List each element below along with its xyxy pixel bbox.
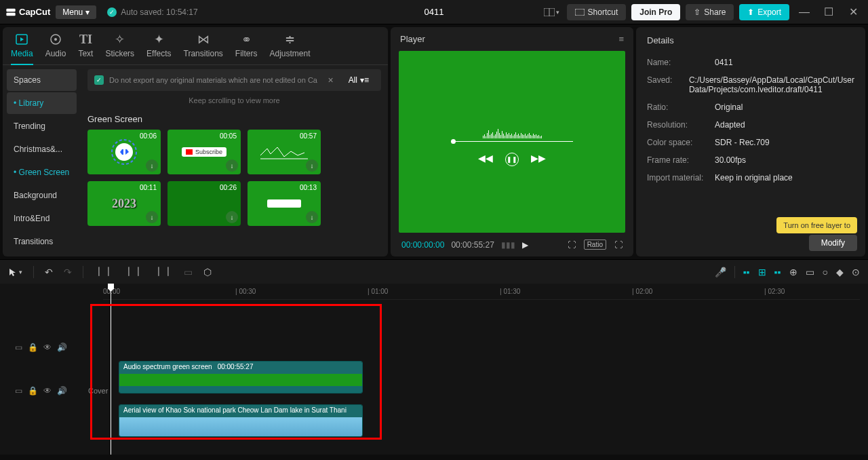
playhead[interactable] [111,284,111,455]
zoom-out-icon[interactable]: ○ [823,267,828,277]
cat-greenscreen[interactable]: Green Screen [7,161,77,183]
tab-audio[interactable]: Audio [45,33,66,64]
mute-icon[interactable]: 🔊 [57,386,67,396]
detail-value: Original [715,102,854,112]
download-icon[interactable]: ↓ [226,159,238,172]
split-left-button[interactable]: 〡〡 [124,266,143,278]
video-controls: ◀◀ ❚❚ ▶▶ [478,153,546,166]
tab-transitions[interactable]: ⋈ Transitions [184,33,223,64]
video-preview[interactable]: ◀◀ ❚❚ ▶▶ [399,51,625,233]
cat-library[interactable]: Library [7,92,77,114]
mic-icon[interactable]: 🎤 [715,267,726,277]
forward-icon[interactable]: ▶▶ [531,153,546,166]
filter-icon: ▾≡ [360,75,369,85]
magnet-link-icon[interactable]: ▪▪ [774,267,781,277]
preview-frame-icon[interactable]: ▭ [806,267,814,277]
track-collapse-icon[interactable]: ▭ [15,343,22,352]
cat-scenery[interactable]: Scenery [7,254,77,256]
detail-label: Resolution: [647,120,715,130]
thumb-item[interactable]: 00:05 Subscribe ↓ [167,130,241,174]
menu-button[interactable]: Menu ▾ [56,5,96,19]
timeline-ruler[interactable]: 00:00 | 00:30 | 01:00 | 01:30 | 02:00 | … [103,284,860,300]
chevron-down-icon: ▾ [556,9,559,16]
tab-text[interactable]: TI Text [78,33,93,64]
select-tool[interactable]: ▾ [8,267,22,277]
svg-rect-0 [6,8,15,12]
download-icon[interactable]: ↓ [146,211,158,223]
detail-label: Import material: [647,173,715,183]
thumb-item[interactable]: 00:11 2023 ↓ [87,181,161,226]
promo-banner[interactable]: Turn on free layer to [776,217,857,233]
scroll-hint: Keep scrolling to view more [87,96,381,104]
volume-bars-icon[interactable]: ▮▮▮ [501,240,515,250]
fullscreen-icon[interactable]: ⛶ [614,240,623,250]
lock-icon[interactable]: 🔒 [28,386,38,396]
download-icon[interactable]: ↓ [226,211,238,223]
tab-stickers[interactable]: ✧ Stickers [105,33,134,64]
split-button[interactable]: 〡〡 [94,266,113,278]
split-right-button[interactable]: 〡〡 [154,266,173,278]
minimize-button[interactable]: — [795,3,814,22]
tab-filters[interactable]: ⚭ Filters [235,33,258,64]
transitions-icon: ⋈ [197,33,210,46]
separator [33,266,34,278]
layout-icon[interactable]: ▾ [542,3,561,22]
marker-button[interactable]: ⬡ [203,267,212,277]
pause-icon[interactable]: ❚❚ [505,153,519,166]
rewind-icon[interactable]: ◀◀ [478,153,493,166]
cat-background[interactable]: Background [7,185,77,206]
magnet-main-icon[interactable]: ▪▪ [743,267,750,277]
download-icon[interactable]: ↓ [306,159,318,172]
tracks: ▭ 🔒 👁 🔊 ▭ 🔒 👁 🔊 Cover Audio spectrum gre… [8,327,860,411]
cat-introend[interactable]: Intro&End [7,208,77,229]
delete-button[interactable]: ▭ [184,267,193,277]
maximize-button[interactable]: ☐ [819,3,838,22]
eye-icon[interactable]: 👁 [43,386,52,396]
progress-bar[interactable] [451,141,573,142]
thumb-item[interactable]: 00:26 ↓ [167,181,241,226]
shortcut-button[interactable]: Shortcut [567,4,627,20]
notice-close-button[interactable]: × [323,75,337,85]
track-collapse-icon[interactable]: ▭ [15,386,22,396]
cat-transitions[interactable]: Transitions [7,231,77,252]
redo-button[interactable]: ↷ [64,267,72,277]
export-button[interactable]: ⬆ Export [739,4,789,20]
eye-icon[interactable]: 👁 [43,343,52,352]
magnet-track-icon[interactable]: ⊞ [758,267,766,277]
tab-effects[interactable]: ✦ Effects [146,33,171,64]
modify-button[interactable]: Modify [809,235,857,251]
play-button[interactable]: ▶ [522,240,528,250]
crop-icon[interactable]: ⛶ [568,240,576,250]
ruler-mark: 02:30 [768,288,785,295]
join-pro-button[interactable]: Join Pro [631,4,680,20]
detail-label: Ratio: [647,102,715,112]
tab-adjustment[interactable]: ≑ Adjustment [269,33,310,64]
download-icon[interactable]: ↓ [146,159,158,172]
timeline-clip[interactable]: Audio spectrum green screen 00:00:55:27 [119,361,363,394]
cover-label[interactable]: Cover [88,387,108,395]
timeline-clip[interactable]: Aerial view of Khao Sok national park Ch… [119,404,363,437]
lock-icon[interactable]: 🔒 [28,343,38,352]
zoom-slider[interactable]: ◆ [836,267,844,277]
cat-trending[interactable]: Trending [7,115,77,137]
mute-icon[interactable]: 🔊 [57,343,67,352]
timeline-settings-icon[interactable]: ⊙ [852,267,860,277]
tab-media[interactable]: Media [11,33,33,65]
undo-button[interactable]: ↶ [45,267,53,277]
close-button[interactable]: ✕ [844,3,863,22]
thumb-item[interactable]: 00:06 ↓ [87,130,161,174]
ruler-mark: 00:30 [239,288,256,295]
download-icon[interactable]: ↓ [306,211,318,223]
detail-label: Color space: [647,138,715,147]
left-body: Spaces Library Trending Christmas&... Gr… [3,65,388,256]
thumb-item[interactable]: 00:57 ↓ [248,130,321,174]
ratio-button[interactable]: Ratio [584,239,606,250]
player-menu-icon[interactable]: ≡ [618,34,624,44]
share-button[interactable]: ⇧ Share [686,4,734,20]
cat-christmas[interactable]: Christmas&... [7,138,77,160]
cat-spaces[interactable]: Spaces [7,69,77,91]
tab-transitions-label: Transitions [184,49,223,58]
preview-axis-icon[interactable]: ⊕ [789,267,797,277]
thumb-item[interactable]: 00:13 ↓ [248,181,321,226]
all-filter-button[interactable]: All ▾≡ [343,73,374,87]
